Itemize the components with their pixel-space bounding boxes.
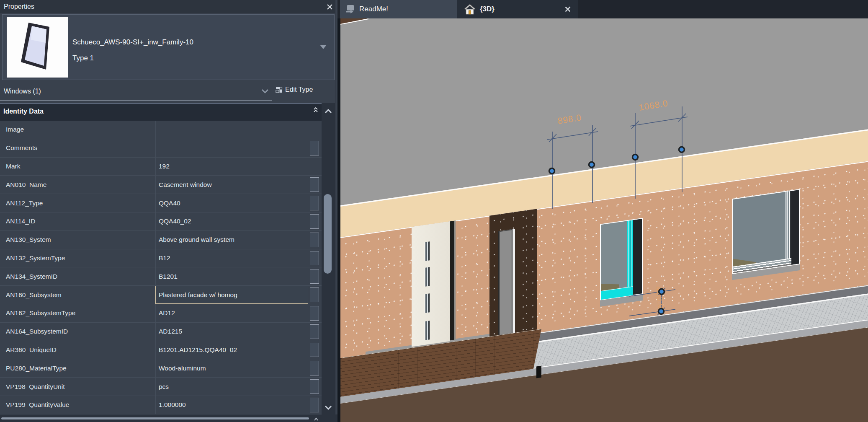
property-value[interactable]: B1201 — [155, 267, 308, 285]
scroll-down-icon[interactable] — [324, 404, 332, 412]
dimension-grip[interactable] — [659, 309, 664, 314]
property-row: AN164_SubsystemID AD1215 — [0, 323, 322, 341]
property-more-button[interactable] — [310, 269, 319, 284]
panel-view-splitter[interactable] — [337, 18, 340, 422]
property-more-button[interactable] — [310, 361, 319, 375]
dimension-grip[interactable] — [633, 155, 638, 160]
scroll-up-icon[interactable] — [324, 108, 332, 116]
revit-window: Properties Schueco_AWS-90-SI+_inw_Family… — [0, 0, 868, 422]
dimension-grip[interactable] — [549, 168, 555, 174]
property-value[interactable]: B1201.AD1215.QQA40_02 — [155, 341, 308, 359]
close-icon — [564, 6, 571, 13]
property-more-button[interactable] — [310, 324, 319, 339]
edit-type-icon — [276, 86, 283, 93]
property-more-button[interactable] — [310, 398, 319, 412]
property-value[interactable]: Above ground wall system — [155, 231, 308, 249]
dimension-grip[interactable] — [679, 147, 685, 153]
horizontal-scroll-thumb[interactable] — [1, 417, 309, 419]
dimension-text[interactable]: 1068.0 — [638, 98, 669, 112]
family-thumbnail — [7, 17, 68, 78]
home-icon — [464, 4, 476, 15]
property-value[interactable]: B12 — [155, 249, 308, 267]
property-more-button[interactable] — [310, 214, 319, 229]
type-name: Type 1 — [72, 54, 94, 62]
property-more-button[interactable] — [310, 306, 319, 321]
property-row: AN130_System Above ground wall system — [0, 231, 322, 249]
property-more-button[interactable] — [310, 343, 319, 357]
3d-viewport[interactable]: 898.0 1068.0 400.0 — [340, 18, 868, 422]
property-more-button[interactable] — [310, 177, 319, 192]
collapse-section-icon[interactable] — [313, 107, 318, 114]
vertical-scrollbar[interactable] — [322, 103, 335, 414]
edit-type-button[interactable]: Edit Type — [276, 86, 313, 93]
tab-readme[interactable]: ReadMe! — [340, 0, 457, 18]
property-name: AN132_SystemType — [0, 249, 155, 267]
vertical-scroll-thumb[interactable] — [324, 194, 332, 274]
type-selector-dropdown-icon[interactable] — [320, 45, 327, 49]
property-value[interactable]: 192 — [155, 158, 308, 176]
dimension-grip[interactable] — [659, 289, 665, 295]
identity-data-header[interactable]: Identity Data — [0, 103, 337, 121]
property-value[interactable]: Plastered facade w/ homog — [155, 286, 308, 304]
property-more-button[interactable] — [310, 379, 319, 394]
property-value[interactable]: QQA40 — [155, 194, 308, 212]
identity-data-grid: Image Comments Mark 192 AN010_Name Casem… — [0, 121, 322, 414]
property-value[interactable]: AD1215 — [155, 323, 308, 341]
tab-3d[interactable]: {3D} — [457, 0, 578, 18]
scroll-expand-icon[interactable] — [313, 415, 319, 422]
category-filter[interactable]: Windows (1) — [4, 88, 41, 95]
property-row: AN112_Type QQA40 — [0, 194, 322, 212]
property-row: AN160_Subsystem Plastered facade w/ homo… — [0, 286, 322, 304]
property-more-button[interactable] — [310, 233, 319, 247]
property-name: VP199_QuantityValue — [0, 396, 155, 414]
property-name: VP198_QuantityUnit — [0, 378, 155, 396]
section-title: Identity Data — [3, 108, 44, 115]
dimension-400 — [629, 288, 675, 316]
property-row: PU280_MaterialType Wood-aluminum — [0, 359, 322, 378]
property-name: AN134_SystemID — [0, 267, 155, 285]
chevron-down-icon[interactable] — [261, 88, 269, 96]
category-row: Windows (1) Edit Type — [0, 82, 337, 101]
property-row: AN162_SubsystemType AD12 — [0, 304, 322, 323]
dimension-grip[interactable] — [589, 162, 595, 168]
property-value[interactable]: pcs — [155, 378, 308, 396]
property-name: Image — [0, 121, 155, 139]
property-value[interactable]: QQA40_02 — [155, 212, 308, 230]
property-value[interactable]: Wood-aluminum — [155, 359, 308, 377]
property-row: AN134_SystemID B1201 — [0, 267, 322, 286]
property-name: AN162_SubsystemType — [0, 304, 155, 322]
sheet-icon — [345, 5, 355, 14]
dimension-1068 — [630, 106, 688, 199]
property-more-button[interactable] — [310, 141, 319, 155]
property-row: AR360_UniqueID B1201.AD1215.QQA40_02 — [0, 341, 322, 360]
property-name: AN010_Name — [0, 176, 155, 194]
property-value[interactable] — [155, 121, 308, 139]
property-value[interactable] — [155, 139, 308, 157]
property-more-button[interactable] — [310, 287, 319, 302]
type-selector[interactable]: Schueco_AWS-90-SI+_inw_Family-10 Type 1 — [2, 14, 335, 80]
tab-3d-label: {3D} — [480, 5, 495, 13]
property-row: Mark 192 — [0, 158, 322, 176]
property-row: AN010_Name Casement window — [0, 176, 322, 194]
close-icon — [327, 4, 333, 10]
property-name: Mark — [0, 158, 155, 176]
property-name: AN114_ID — [0, 212, 155, 230]
view-tab-bar: ReadMe! {3D} — [337, 0, 868, 18]
property-value[interactable]: AD12 — [155, 304, 308, 322]
properties-title-bar: Properties — [0, 0, 337, 13]
properties-panel: Properties Schueco_AWS-90-SI+_inw_Family… — [0, 0, 337, 422]
dimension-text[interactable]: 898.0 — [557, 112, 582, 126]
dimension-overlay: 898.0 1068.0 400.0 — [340, 18, 868, 422]
property-row: VP199_QuantityValue 1.000000 — [0, 396, 322, 414]
property-value[interactable]: 1.000000 — [155, 396, 308, 414]
tab-close-button[interactable] — [564, 6, 571, 13]
properties-close-button[interactable] — [325, 2, 334, 11]
property-name: AR360_UniqueID — [0, 341, 155, 359]
category-underline — [0, 100, 272, 101]
horizontal-scrollbar[interactable] — [0, 414, 337, 422]
family-name: Schueco_AWS-90-SI+_inw_Family-10 — [72, 38, 307, 47]
property-name: AN112_Type — [0, 194, 155, 212]
property-more-button[interactable] — [310, 196, 319, 210]
property-value[interactable]: Casement window — [155, 176, 308, 194]
property-more-button[interactable] — [310, 251, 319, 266]
